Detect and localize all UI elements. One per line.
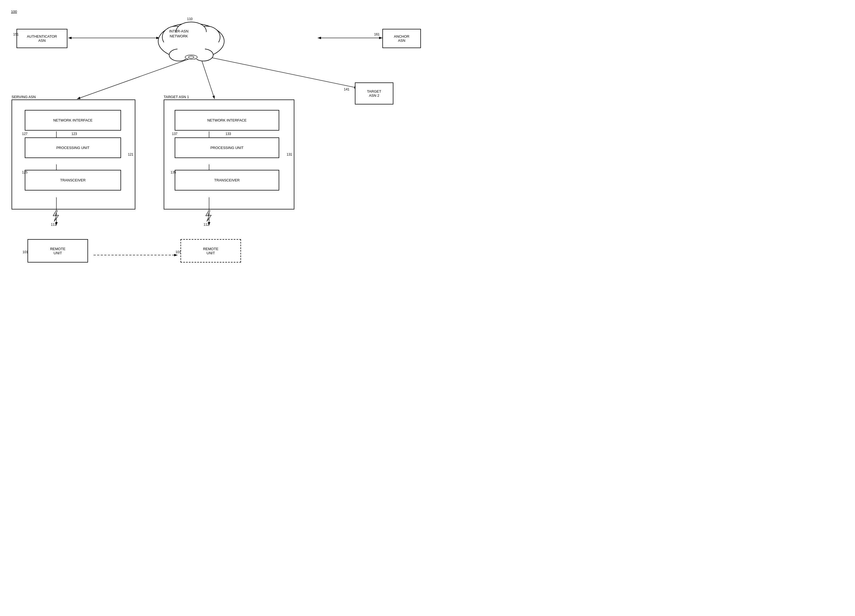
serving-box-ref: 121	[128, 153, 133, 156]
target-asn2-ref: 141	[344, 87, 349, 91]
authenticator-ref: 151	[13, 32, 19, 36]
remote-unit-left-ref: 101	[23, 250, 28, 254]
serving-pu-ref-label: 123	[72, 132, 77, 136]
inter-asn-ref: 110	[187, 17, 193, 21]
serving-ni-ref: 127	[22, 132, 28, 136]
target-box-ref: 131	[287, 153, 292, 156]
target-pu-ref-label: 133	[225, 132, 231, 136]
serving-pu-box: PROCESSING UNIT	[25, 138, 121, 158]
figure-number: 100	[11, 10, 17, 14]
target-ni-box: NETWORK INTERFACE	[175, 110, 279, 131]
svg-point-24	[188, 56, 194, 58]
anchor-ref: 161	[374, 32, 380, 36]
arrow-112-ref: 112	[204, 223, 209, 226]
anchor-asn-box: ANCHORASN	[382, 29, 421, 48]
serving-tr-ref: 125	[22, 170, 28, 174]
remote-unit-left-box: REMOTEUNIT	[28, 239, 88, 263]
serving-asn-label: SERVING ASN	[12, 95, 36, 99]
arrow-111-ref: 111	[51, 223, 57, 226]
serving-ni-box: NETWORK INTERFACE	[25, 110, 121, 131]
serving-tr-box: TRANSCEIVER	[25, 170, 121, 191]
target-tr-ref: 135	[170, 170, 176, 174]
remote-unit-right-ref: 101	[176, 250, 181, 254]
target-asn2-box: TARGETASN 2	[355, 83, 394, 104]
target-pu-box: PROCESSING UNIT	[175, 138, 279, 158]
authenticator-asn-box: AUTHENTICATORASN	[17, 29, 67, 48]
cloud-inter-asn	[154, 17, 228, 66]
target-tr-box: TRANSCEIVER	[175, 170, 279, 191]
diagram: 100 INTER-ASNNETWORK 110 AUTHENTICATORAS…	[0, 0, 428, 308]
target-asn1-label: TARGET ASN 1	[164, 95, 189, 99]
inter-asn-label: INTER-ASNNETWORK	[169, 29, 188, 39]
target-ni-ref: 137	[172, 132, 178, 136]
remote-unit-right-box: REMOTEUNIT	[181, 239, 241, 263]
svg-line-7	[212, 58, 358, 88]
